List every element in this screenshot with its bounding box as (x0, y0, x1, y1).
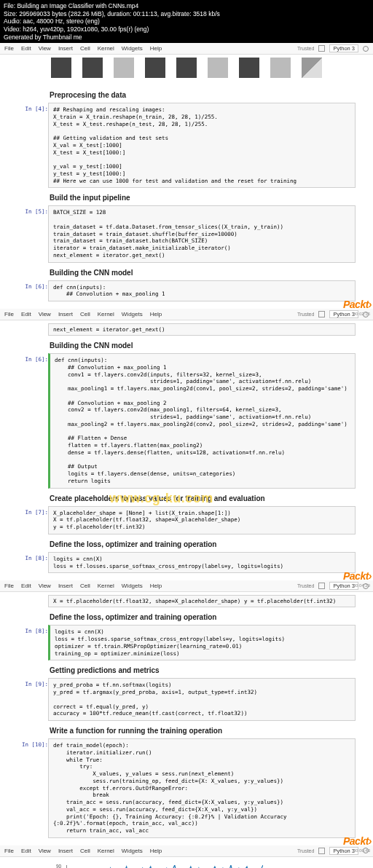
menu-file[interactable]: File (4, 311, 14, 317)
jupyter-menubar: File Edit View Insert Cell Kernel Widget… (0, 580, 373, 592)
menu-edit[interactable]: Edit (21, 848, 31, 854)
code-cell-4[interactable]: ## Reshaping and rescaling images: X_tra… (48, 103, 356, 188)
cgku-watermark: www.cg-ku.com (109, 491, 213, 506)
menu-view[interactable]: View (39, 45, 51, 52)
heading-preprocessing: Preprocesing the data (50, 91, 356, 99)
edit-icon[interactable] (318, 45, 325, 52)
timestamp-overlay: 00:04:29 (353, 583, 370, 588)
menu-help[interactable]: Help (150, 848, 162, 854)
code-cell-6-partial[interactable]: def cnn(inputs): ## Convolution + max_po… (48, 280, 356, 302)
menu-widgets[interactable]: Widgets (122, 311, 143, 317)
kernel-indicator[interactable]: Python 3 (329, 44, 358, 52)
meta-audio: Audio: aac, 48000 Hz, stereo (eng) (4, 17, 369, 25)
edit-icon[interactable] (318, 583, 325, 589)
menu-edit[interactable]: Edit (21, 583, 31, 589)
menu-insert[interactable]: Insert (58, 583, 73, 589)
menu-insert[interactable]: Insert (58, 848, 73, 854)
menu-widgets[interactable]: Widgets (122, 583, 143, 589)
timestamp-overlay: 00:06:43 (353, 848, 370, 853)
cell-prompt: In [9]: (17, 678, 48, 687)
trusted-indicator: Trusted (297, 583, 314, 588)
cell-prompt: In [6]: (17, 280, 48, 290)
menu-file[interactable]: File (4, 583, 14, 589)
menu-cell[interactable]: Cell (80, 311, 90, 317)
menu-help[interactable]: Help (150, 45, 162, 52)
menu-insert[interactable]: Insert (58, 311, 73, 317)
thumb-item (208, 58, 228, 78)
meta-size: Size: 295969033 bytes (282.26 MiB), dura… (4, 10, 369, 18)
training-accuracy-chart: 90 80 70 60 50 40 0 10 20 30 40 50 (50, 860, 268, 868)
packt-watermark: Packt› (343, 299, 372, 310)
code-cell-8-partial[interactable]: logits = cnn(X) loss = tf.losses.sparse_… (48, 552, 356, 574)
menu-view[interactable]: View (39, 583, 51, 589)
thumb-item (239, 58, 259, 78)
visible-code-fragment: next_element = iterator.get_next() (48, 323, 356, 336)
thumb-item (114, 58, 134, 78)
meta-video: Video: h264, yuv420p, 1920x1080, 30.00 f… (4, 25, 369, 33)
code-cell-6[interactable]: def cnn(inputs): ## Convolution + max_po… (48, 353, 356, 489)
menu-file[interactable]: File (4, 45, 14, 52)
packt-watermark: Packt› (343, 835, 372, 847)
jupyter-menubar: File Edit View Insert Cell Kernel Widget… (0, 845, 373, 857)
meta-file: File: Building an Image Classifier with … (4, 2, 369, 10)
jupyter-menubar: File Edit View Insert Cell Kernel Widget… (0, 309, 373, 320)
video-metadata-header: File: Building an Image Classifier with … (0, 0, 373, 43)
thumb-item (176, 58, 197, 78)
thumb-item (51, 58, 71, 78)
timestamp-overlay: 00:02:15 (353, 312, 370, 316)
heading-pipeline: Build the input pipeline (50, 194, 356, 202)
heading-cnn-2: Building the CNN model (50, 342, 356, 350)
menu-widgets[interactable]: Widgets (122, 848, 143, 854)
menu-view[interactable]: View (39, 848, 51, 854)
thumb-item (302, 58, 322, 78)
cell-prompt: In [8]: (17, 552, 48, 561)
heading-predictions: Getting predictions and metrics (50, 666, 356, 674)
heading-loss: Define the loss, optimizer and training … (50, 540, 356, 548)
heading-cnn: Building the CNN model (50, 269, 356, 277)
code-cell-7[interactable]: X_placeholder_shape = [None] + list(X_tr… (48, 506, 356, 534)
menu-cell[interactable]: Cell (80, 848, 90, 854)
heading-loss-2: Define the loss, optimizer and training … (50, 613, 356, 621)
menu-cell[interactable]: Cell (80, 45, 90, 52)
menu-file[interactable]: File (4, 848, 14, 854)
kernel-status-circle (363, 46, 369, 52)
menu-widgets[interactable]: Widgets (122, 45, 143, 52)
thumb-item (270, 58, 291, 78)
jupyter-menubar: File Edit View Insert Cell Kernel Widget… (0, 43, 373, 55)
cell-prompt: In [10]: (17, 738, 48, 748)
menu-kernel[interactable]: Kernel (98, 311, 114, 317)
cell-prompt: In [4]: (17, 103, 48, 112)
cell-prompt: In [5]: (17, 205, 48, 215)
code-cell-9[interactable]: y_pred_proba = tf.nn.softmax(logits) y_p… (48, 678, 356, 721)
trusted-indicator: Trusted (297, 848, 314, 853)
code-cell-8[interactable]: logits = cnn(X) loss = tf.losses.sparse_… (48, 625, 356, 660)
menu-kernel[interactable]: Kernel (98, 848, 114, 854)
cell-prompt: In [6]: (17, 353, 48, 363)
fashion-mnist-thumbnails (0, 55, 373, 82)
menu-kernel[interactable]: Kernel (98, 583, 114, 589)
menu-insert[interactable]: Insert (58, 45, 73, 52)
menu-help[interactable]: Help (150, 311, 162, 317)
menu-view[interactable]: View (39, 311, 51, 317)
menu-edit[interactable]: Edit (21, 311, 31, 317)
thumb-item (82, 58, 103, 78)
menu-kernel[interactable]: Kernel (98, 45, 114, 52)
menu-help[interactable]: Help (150, 583, 162, 589)
visible-code-fragment: X = tf.placeholder(tf.float32, shape=X_p… (48, 595, 356, 607)
code-cell-10[interactable]: def train_model(epoch): iterator.initial… (48, 738, 356, 838)
menu-edit[interactable]: Edit (21, 45, 31, 52)
code-cell-5[interactable]: BATCH_SIZE = 128 train_dataset = tf.data… (48, 205, 356, 262)
cell-prompt: In [7]: (17, 506, 48, 516)
heading-train-fn: Write a function for running the trainin… (50, 727, 356, 735)
edit-icon[interactable] (318, 311, 325, 317)
trusted-indicator: Trusted (297, 46, 314, 51)
packt-watermark: Packt› (343, 570, 372, 582)
trusted-indicator: Trusted (297, 312, 314, 317)
meta-generated: Generated by Thumbnail me (4, 33, 369, 42)
thumb-item (145, 58, 165, 78)
cell-prompt: In [8]: (17, 625, 48, 634)
menu-cell[interactable]: Cell (80, 583, 90, 589)
edit-icon[interactable] (318, 848, 325, 854)
